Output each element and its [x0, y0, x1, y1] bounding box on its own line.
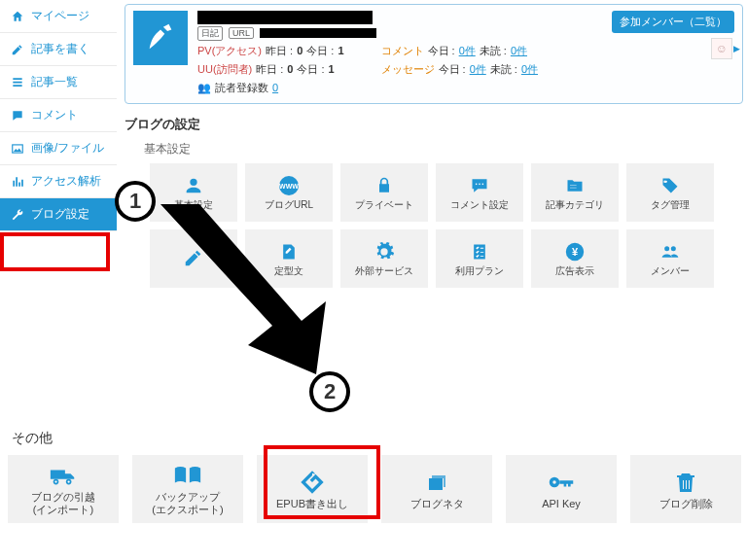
- sidebar-item-label: 記事一覧: [31, 74, 78, 90]
- person-icon: [181, 175, 206, 196]
- tile-ads[interactable]: ¥広告表示: [531, 229, 619, 288]
- blog-info-card: 日記 URL PV(アクセス) 昨日 : 0 今日 : 1 UU(訪問者) 昨日…: [124, 4, 743, 104]
- sidebar-item-comments[interactable]: コメント: [0, 99, 117, 132]
- tile-plan[interactable]: 利用プラン: [436, 229, 523, 288]
- epub-icon: [297, 469, 328, 496]
- sidebar-item-analytics[interactable]: アクセス解析: [0, 165, 117, 198]
- sidebar-item-articles[interactable]: 記事一覧: [0, 66, 117, 99]
- svg-point-4: [479, 184, 480, 186]
- tile-blog-topic[interactable]: ブログネタ: [381, 455, 492, 523]
- tile-design[interactable]: [150, 229, 237, 288]
- tile-row-2: 定型文 外部サービス 利用プラン ¥広告表示 メンバー: [150, 229, 743, 288]
- tile-tag[interactable]: タグ管理: [626, 163, 714, 222]
- section-other-title: その他: [12, 430, 743, 447]
- tile-external-service[interactable]: 外部サービス: [340, 229, 428, 288]
- tag-url[interactable]: URL: [229, 27, 254, 39]
- speech-icon: [467, 175, 492, 196]
- tag-icon: [658, 175, 683, 196]
- pv-label: PV(アクセス): [197, 44, 262, 58]
- tile-delete-blog[interactable]: ブログ削除: [630, 455, 741, 523]
- truck-icon: [48, 462, 79, 489]
- svg-point-12: [68, 481, 70, 483]
- tile-blog-url[interactable]: WWWブログURL: [245, 163, 333, 222]
- folder-icon: [562, 175, 587, 196]
- message-label: メッセージ: [381, 62, 435, 77]
- sidebar-item-label: ブログ設定: [31, 206, 89, 223]
- sidebar-item-blog-settings[interactable]: ブログ設定: [0, 198, 117, 231]
- comment-icon: [10, 108, 25, 123]
- gear-icon: [372, 241, 397, 262]
- svg-point-14: [552, 480, 556, 484]
- sidebar-item-label: マイページ: [31, 8, 89, 24]
- svg-point-11: [54, 481, 56, 483]
- lock-icon: [372, 175, 397, 196]
- book-icon: [172, 462, 203, 489]
- svg-point-5: [482, 184, 484, 186]
- trash-icon: [670, 469, 701, 496]
- tag-diary[interactable]: 日記: [197, 26, 223, 41]
- tile-basic-settings[interactable]: 基本設定: [150, 163, 237, 222]
- doc-edit-icon: [276, 241, 302, 262]
- stack-icon: [421, 469, 452, 496]
- comment-label: コメント: [381, 44, 424, 58]
- tile-epub-export[interactable]: EPUB書き出し: [257, 455, 368, 523]
- tile-row-1: 基本設定 WWWブログURL プライベート コメント設定 記事カテゴリ タグ管理: [150, 163, 743, 222]
- image-icon: [10, 141, 25, 157]
- sidebar-item-label: 画像/ファイル: [31, 140, 104, 157]
- yen-icon: ¥: [562, 241, 587, 262]
- svg-point-6: [665, 181, 667, 183]
- sidebar-item-label: 記事を書く: [31, 41, 89, 57]
- www-icon: WWW: [276, 175, 302, 196]
- sidebar-item-write[interactable]: 記事を書く: [0, 33, 117, 66]
- pencil-icon: [10, 42, 25, 57]
- tile-members[interactable]: メンバー: [626, 229, 714, 288]
- tile-row-other: ブログの引越(インポート) バックアップ(エクスポート) EPUB書き出し ブロ…: [8, 455, 743, 523]
- sidebar: マイページ 記事を書く 記事一覧 コメント 画像/ファイル アクセス解析 ブログ…: [0, 0, 117, 231]
- member-list-button[interactable]: 参加メンバー（二覧）: [612, 11, 734, 33]
- edit-icon: [181, 247, 206, 268]
- main-content: 日記 URL PV(アクセス) 昨日 : 0 今日 : 1 UU(訪問者) 昨日…: [124, 4, 743, 296]
- reader-count[interactable]: 0: [272, 82, 278, 93]
- tile-import[interactable]: ブログの引越(インポート): [8, 455, 119, 523]
- chevron-right-icon[interactable]: ▶: [733, 44, 740, 53]
- people-icon: [658, 241, 683, 262]
- member-avatar-placeholder[interactable]: ☺: [711, 38, 732, 59]
- checklist-icon: [467, 241, 492, 262]
- blog-title-redacted: [197, 11, 373, 24]
- tile-template-text[interactable]: 定型文: [245, 229, 333, 288]
- reader-label: 読者登録数: [215, 81, 268, 95]
- key-icon: [546, 469, 577, 496]
- section-basic-title: 基本設定: [144, 141, 743, 158]
- sidebar-item-label: コメント: [31, 107, 78, 123]
- sidebar-item-images[interactable]: 画像/ファイル: [0, 132, 117, 165]
- tile-private[interactable]: プライベート: [340, 163, 428, 222]
- annotation-highlight-1: [0, 232, 110, 271]
- section-other: その他 ブログの引越(インポート) バックアップ(エクスポート) EPUB書き出…: [8, 418, 743, 523]
- bars-icon: [10, 174, 25, 190]
- list-icon: [10, 75, 25, 90]
- svg-point-3: [476, 184, 478, 186]
- home-icon: [10, 9, 25, 24]
- wrench-icon: [10, 207, 25, 223]
- stats: PV(アクセス) 昨日 : 0 今日 : 1 UU(訪問者) 昨日 : 0 今日…: [197, 44, 732, 97]
- tile-export[interactable]: バックアップ(エクスポート): [132, 455, 243, 523]
- url-redacted: [260, 28, 376, 38]
- tile-category[interactable]: 記事カテゴリ: [531, 163, 619, 222]
- annotation-circle-2: 2: [309, 371, 350, 412]
- section-blog-settings-title: ブログの設定: [124, 116, 743, 133]
- tile-api-key[interactable]: API Key: [506, 455, 617, 523]
- blog-avatar: [133, 11, 188, 65]
- svg-text:¥: ¥: [572, 246, 579, 258]
- uu-label: UU(訪問者): [197, 62, 252, 77]
- tile-comment-settings[interactable]: コメント設定: [436, 163, 523, 222]
- svg-text:WWW: WWW: [279, 183, 299, 190]
- sidebar-item-label: アクセス解析: [31, 173, 101, 190]
- sidebar-item-mypage[interactable]: マイページ: [0, 0, 117, 33]
